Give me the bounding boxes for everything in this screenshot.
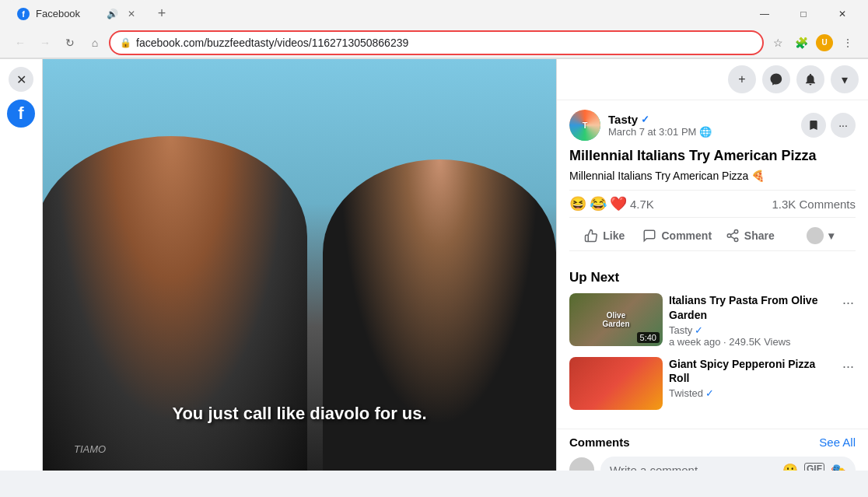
tiamo-watermark: TIAMO [74,443,106,455]
comment-input-icons: 🙂 GIF 🎭 [782,463,846,471]
comments-section: Comments See All Write a comment... 🙂 GI… [557,429,868,471]
reaction-count: 4.7K [630,198,654,211]
commenter-avatar [569,457,594,471]
svg-point-2 [734,238,738,242]
video-channel-1: Tasty ✓ [669,324,835,336]
poster-name: Tasty ✓ [608,113,793,126]
right-panel: + ▾ T Tasty ✓ [556,59,868,471]
video-meta-1: a week ago · 249.5K Views [669,336,835,348]
window-chrome: f Facebook 🔊 ✕ + — □ ✕ ← → ↻ ⌂ 🔒 faceboo… [0,0,868,59]
video-card-info-2: Giant Spicy Pepperoni Pizza Roll Twisted… [669,357,835,399]
tab-favicon: f [17,8,30,20]
video-duration-1: 5:40 [637,332,660,343]
new-tab-button[interactable]: + [151,3,173,25]
up-next-section: Up Next OliveGarden 5:40 Italians Try Pa… [557,261,868,428]
svg-line-3 [730,237,734,240]
video-subtitle: You just call like diavolo for us. [172,404,426,424]
video-area[interactable]: You just call like diavolo for us. TIAMO [43,59,556,471]
nav-action-buttons: ☆ 🧩 U ⋮ [767,32,859,54]
channel-verified-2: ✓ [705,387,714,399]
share-button[interactable]: Share [715,221,785,250]
post-info: T Tasty ✓ March 7 at 3:01 PM 🌐 [557,100,868,261]
window-controls: — □ ✕ [747,0,860,27]
main-content: ✕ f You just call like diavolo for us. T… [0,59,868,471]
close-video-button[interactable]: ✕ [9,67,33,92]
heart-emoji: ❤️ [610,195,627,212]
comment-input-box[interactable]: Write a comment... 🙂 GIF 🎭 [600,457,856,471]
comment-placeholder: Write a comment... [610,464,708,471]
close-button[interactable]: ✕ [824,0,860,27]
menu-button[interactable]: ⋮ [837,32,859,54]
poster-row: T Tasty ✓ March 7 at 3:01 PM 🌐 [569,110,856,141]
navigation-bar: ← → ↻ ⌂ 🔒 facebook.com/buzzfeedtasty/vid… [0,27,868,58]
channel-verified-1: ✓ [695,324,703,336]
video-title-1: Italians Try Pasta From Olive Garden [669,293,835,321]
sticker-icon[interactable]: 🎭 [831,463,846,471]
laugh-emoji: 😆 [569,195,586,212]
video-thumb-1[interactable]: OliveGarden 5:40 [569,293,663,346]
video-player[interactable]: You just call like diavolo for us. TIAMO [43,59,556,471]
comments-header: Comments See All [569,436,856,449]
video-more-2[interactable]: ··· [841,357,856,376]
post-time: March 7 at 3:01 PM 🌐 [608,126,793,138]
post-title: Millennial Italians Try American Pizza [569,147,856,165]
video-card-2: Giant Spicy Pepperoni Pizza Roll Twisted… [569,357,856,410]
home-button[interactable]: ⌂ [84,32,106,54]
svg-point-1 [727,234,731,238]
video-thumb-2[interactable] [569,357,663,410]
up-next-title: Up Next [569,270,856,285]
lock-icon: 🔒 [120,37,131,48]
extensions-button[interactable]: 🧩 [790,32,812,54]
reaction-icons: 😆 😂 ❤️ 4.7K [569,195,654,212]
right-panel-header: + ▾ [557,59,868,100]
profile-button[interactable]: U [814,32,835,54]
poster-actions: ··· [801,113,856,138]
poster-info: Tasty ✓ March 7 at 3:01 PM 🌐 [608,113,793,138]
tab-audio-icon: 🔊 [107,9,118,19]
notifications-button[interactable] [796,65,824,93]
comment-button[interactable]: Comment [639,221,715,250]
add-action-button[interactable]: + [728,65,756,93]
tab-title: Facebook [36,8,100,19]
left-strip: ✕ f [0,59,43,471]
poster-avatar: T [569,110,600,141]
video-card-1: OliveGarden 5:40 Italians Try Pasta From… [569,293,856,347]
video-channel-2: Twisted ✓ [669,387,835,399]
title-bar: f Facebook 🔊 ✕ + — □ ✕ [0,0,868,27]
haha-emoji: 😂 [590,195,607,212]
browser-tab[interactable]: f Facebook 🔊 ✕ [8,0,148,27]
bookmark-button[interactable]: ☆ [767,32,789,54]
action-buttons: Like Comment Share ▾ [569,221,856,251]
maximize-button[interactable]: □ [786,0,821,27]
post-description: Millennial Italians Try American Pizza 🍕 [569,170,856,182]
see-all-button[interactable]: See All [819,436,856,449]
profile-share-button[interactable]: ▾ [786,221,856,250]
reactions-row: 😆 😂 ❤️ 4.7K 1.3K Comments [569,190,856,218]
comment-input-row: Write a comment... 🙂 GIF 🎭 [569,457,856,471]
facebook-logo-button[interactable]: f [7,100,35,128]
gif-icon[interactable]: GIF [804,463,824,471]
emoji-icon[interactable]: 🙂 [782,463,798,471]
address-bar[interactable]: 🔒 facebook.com/buzzfeedtasty/videos/1162… [109,30,764,55]
forward-button[interactable]: → [34,32,56,54]
save-button[interactable] [801,113,826,138]
more-button[interactable]: ▾ [831,65,859,93]
video-card-info-1: Italians Try Pasta From Olive Garden Tas… [669,293,835,347]
video-title-2: Giant Spicy Pepperoni Pizza Roll [669,357,835,385]
comment-count: 1.3K Comments [772,198,856,211]
tab-close-button[interactable]: ✕ [124,7,138,21]
minimize-button[interactable]: — [747,0,782,27]
refresh-button[interactable]: ↻ [59,32,81,54]
svg-point-0 [734,230,738,234]
like-button[interactable]: Like [569,221,639,250]
url-text: facebook.com/buzzfeedtasty/videos/116271… [136,37,753,49]
verified-badge: ✓ [641,114,649,125]
messenger-button[interactable] [762,65,790,93]
video-more-1[interactable]: ··· [841,293,856,313]
person-right [323,159,556,471]
svg-line-4 [730,233,734,235]
back-button[interactable]: ← [9,32,31,54]
post-more-button[interactable]: ··· [831,113,856,138]
comments-title: Comments [569,436,630,449]
